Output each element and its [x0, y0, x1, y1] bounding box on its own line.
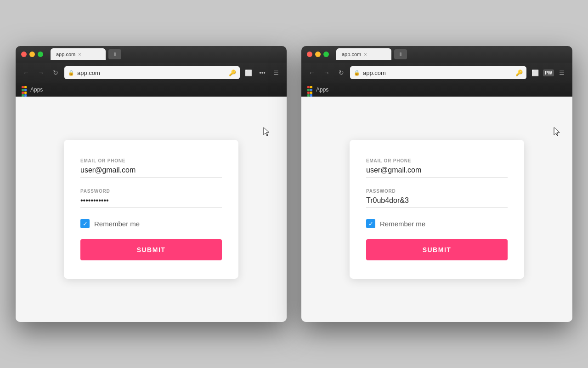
page-icon-right: 🔒 [354, 70, 360, 76]
new-tab-icon-right [398, 52, 403, 57]
toolbar-right-left: ⬜ ••• ☰ [243, 67, 282, 79]
traffic-lights-right [307, 52, 329, 57]
page-content-right: EMAIL OR PHONE PASSWORD ✓ Remember me SU… [301, 97, 572, 322]
url-text-left: app.com [77, 69, 226, 76]
remember-label-right: Remember me [380, 220, 425, 228]
browser-tab-left[interactable]: app.com × [51, 48, 106, 60]
cast-icon-left[interactable]: ⬜ [243, 67, 254, 79]
tab-close-left[interactable]: × [78, 52, 81, 57]
new-tab-icon-left [113, 52, 117, 57]
login-card-right: EMAIL OR PHONE PASSWORD ✓ Remember me SU… [350, 140, 524, 279]
browser-tab-right[interactable]: app.com × [336, 48, 391, 60]
bookmarks-bar-right: Apps [301, 83, 572, 97]
remember-label-left: Remember me [94, 220, 140, 228]
back-button-right[interactable]: ← [306, 67, 318, 79]
tab-area-right: app.com × [333, 48, 567, 60]
new-tab-button-right[interactable] [394, 49, 407, 59]
back-button-left[interactable]: ← [20, 67, 32, 79]
menu-icon-right[interactable]: ☰ [556, 67, 568, 79]
pw-badge-right[interactable]: PW [543, 69, 554, 76]
toolbar-right-right: ⬜ PW ☰ [529, 67, 568, 79]
remember-checkbox-left[interactable]: ✓ [80, 219, 90, 228]
browser-window-right: app.com × ← → ↻ 🔒 app.com 🔑 ⬜ [301, 46, 572, 322]
password-input-right[interactable] [366, 196, 508, 208]
key-icon-right: 🔑 [515, 69, 523, 76]
tab-close-right[interactable]: × [364, 52, 367, 57]
url-text-right: app.com [363, 69, 513, 76]
reload-button-right[interactable]: ↻ [335, 67, 347, 79]
bookmarks-bar-left: Apps [16, 83, 287, 97]
password-group-left: PASSWORD [80, 189, 222, 208]
forward-button-left[interactable]: → [35, 67, 47, 79]
title-bar-right: app.com × [301, 46, 572, 63]
toolbar-right: ← → ↻ 🔒 app.com 🔑 ⬜ PW ☰ [301, 63, 572, 83]
password-label-right: PASSWORD [366, 189, 508, 194]
email-group-right: EMAIL OR PHONE [366, 158, 508, 178]
title-bar-left: app.com × [16, 46, 287, 63]
key-icon-left: 🔑 [229, 69, 236, 76]
checkmark-icon-right: ✓ [368, 221, 373, 227]
tab-title-left: app.com [56, 52, 75, 57]
close-button-right[interactable] [307, 52, 312, 57]
tab-title-right: app.com [342, 52, 361, 57]
email-input-left[interactable] [80, 166, 222, 178]
submit-button-right[interactable]: SUBMIT [366, 239, 508, 260]
minimize-button-left[interactable] [29, 52, 35, 57]
forward-button-right[interactable]: → [321, 67, 333, 79]
traffic-lights-left [21, 52, 43, 57]
password-label-left: PASSWORD [80, 189, 222, 194]
browser-window-left: app.com × ← → ↻ 🔒 app.com 🔑 ⬜ [16, 46, 287, 322]
address-bar-left[interactable]: 🔒 app.com 🔑 [64, 66, 240, 79]
email-label-right: EMAIL OR PHONE [366, 158, 508, 163]
password-input-left[interactable] [80, 196, 222, 208]
remember-checkbox-right[interactable]: ✓ [366, 219, 375, 228]
reload-button-left[interactable]: ↻ [50, 67, 62, 79]
menu-icon-left[interactable]: ☰ [270, 67, 282, 79]
new-tab-button-left[interactable] [108, 49, 121, 59]
email-input-right[interactable] [366, 166, 508, 178]
minimize-button-right[interactable] [315, 52, 321, 57]
submit-button-left[interactable]: SUBMIT [80, 239, 222, 260]
email-label-left: EMAIL OR PHONE [80, 158, 222, 163]
apps-label-left[interactable]: Apps [30, 86, 43, 93]
page-content-left: EMAIL OR PHONE PASSWORD ✓ Remember me SU… [16, 97, 287, 322]
checkmark-icon-left: ✓ [83, 221, 88, 227]
cast-icon-right[interactable]: ⬜ [529, 67, 541, 79]
tab-area-left: app.com × [47, 48, 281, 60]
close-button-left[interactable] [21, 52, 27, 57]
apps-grid-icon-right [306, 86, 313, 93]
address-bar-right[interactable]: 🔒 app.com 🔑 [350, 66, 526, 79]
svg-rect-0 [114, 52, 116, 56]
remember-row-left: ✓ Remember me [80, 219, 222, 228]
maximize-button-left[interactable] [38, 52, 43, 57]
maximize-button-right[interactable] [323, 52, 329, 57]
toolbar-left: ← → ↻ 🔒 app.com 🔑 ⬜ ••• ☰ [16, 63, 287, 83]
apps-grid-icon-left [20, 86, 28, 93]
login-card-left: EMAIL OR PHONE PASSWORD ✓ Remember me SU… [64, 140, 238, 279]
remember-row-right: ✓ Remember me [366, 219, 508, 228]
more-icon-left[interactable]: ••• [256, 67, 268, 79]
apps-label-right[interactable]: Apps [316, 86, 328, 93]
email-group-left: EMAIL OR PHONE [80, 158, 222, 178]
page-icon-left: 🔒 [68, 70, 74, 76]
svg-rect-1 [400, 52, 401, 56]
password-group-right: PASSWORD [366, 189, 508, 208]
